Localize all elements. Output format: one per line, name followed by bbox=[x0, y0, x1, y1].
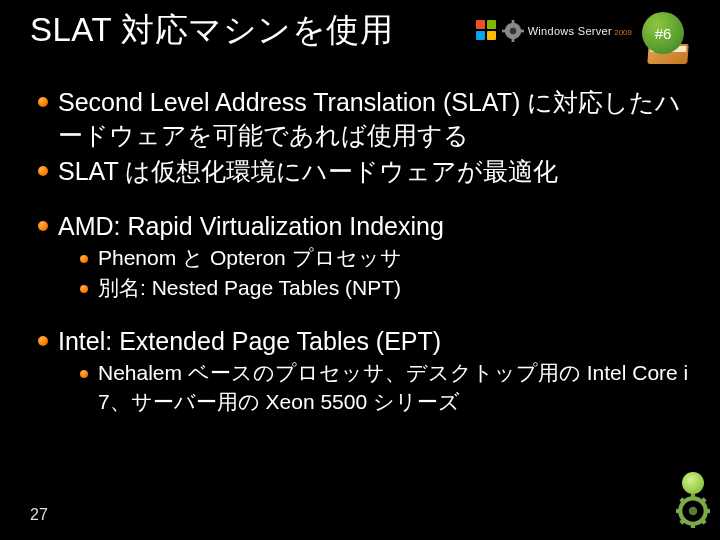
slide-number-badge: #6 bbox=[642, 12, 690, 64]
lightbulb-icon bbox=[682, 472, 704, 494]
bullet-text: AMD: Rapid Virtualization Indexing bbox=[58, 212, 444, 240]
sub-bullet-list: Phenom と Opteron プロセッサ 別名: Nested Page T… bbox=[58, 244, 690, 303]
logo-text: Windows Server 2008 bbox=[528, 25, 632, 37]
bullet-item: AMD: Rapid Virtualization Indexing Pheno… bbox=[58, 210, 690, 303]
svg-rect-2 bbox=[511, 20, 514, 24]
slide: SLAT 対応マシンを使用 Windows Server 2008 #6 Sec… bbox=[0, 0, 720, 540]
header-right-group: Windows Server 2008 #6 bbox=[476, 12, 690, 64]
badge-number: #6 bbox=[642, 12, 684, 54]
windows-server-logo: Windows Server 2008 bbox=[476, 20, 632, 42]
logo-sub: 2008 bbox=[612, 28, 632, 37]
sub-bullet-list: Nehalem ベースのプロセッサ、デスクトップ用の Intel Core i … bbox=[58, 359, 690, 416]
svg-rect-5 bbox=[520, 30, 524, 33]
svg-rect-8 bbox=[691, 494, 695, 500]
svg-rect-10 bbox=[676, 509, 682, 513]
svg-point-1 bbox=[509, 28, 515, 34]
sub-bullet-item: 別名: Nested Page Tables (NPT) bbox=[98, 274, 690, 302]
sub-bullet-text: 別名: Nested Page Tables (NPT) bbox=[98, 276, 401, 299]
bullet-item: Intel: Extended Page Tables (EPT) Nehale… bbox=[58, 325, 690, 416]
svg-rect-4 bbox=[502, 30, 506, 33]
sub-bullet-text: Nehalem ベースのプロセッサ、デスクトップ用の Intel Core i … bbox=[98, 361, 688, 412]
bullet-item: Second Level Address Translation (SLAT) … bbox=[58, 86, 690, 151]
corner-decoration bbox=[652, 472, 712, 532]
gear-icon bbox=[676, 494, 710, 528]
sub-bullet-item: Nehalem ベースのプロセッサ、デスクトップ用の Intel Core i … bbox=[98, 359, 690, 416]
bullet-list: AMD: Rapid Virtualization Indexing Pheno… bbox=[30, 210, 690, 303]
bullet-text: Intel: Extended Page Tables (EPT) bbox=[58, 327, 441, 355]
slide-header: SLAT 対応マシンを使用 Windows Server 2008 #6 bbox=[30, 8, 690, 64]
slide-title: SLAT 対応マシンを使用 bbox=[30, 8, 393, 53]
bullet-list: Intel: Extended Page Tables (EPT) Nehale… bbox=[30, 325, 690, 416]
logo-main: Windows Server bbox=[528, 25, 612, 37]
bullet-item: SLAT は仮想化環境にハードウェアが最適化 bbox=[58, 155, 690, 188]
sub-bullet-text: Phenom と Opteron プロセッサ bbox=[98, 246, 402, 269]
gear-icon bbox=[502, 20, 524, 42]
sub-bullet-item: Phenom と Opteron プロセッサ bbox=[98, 244, 690, 272]
bullet-text: Second Level Address Translation (SLAT) … bbox=[58, 88, 681, 149]
svg-rect-9 bbox=[691, 522, 695, 528]
windows-flag-icon bbox=[476, 20, 498, 42]
svg-rect-11 bbox=[704, 509, 710, 513]
bullet-list: Second Level Address Translation (SLAT) … bbox=[30, 86, 690, 188]
page-number: 27 bbox=[30, 506, 48, 524]
bullet-text: SLAT は仮想化環境にハードウェアが最適化 bbox=[58, 157, 558, 185]
svg-rect-3 bbox=[511, 38, 514, 42]
svg-point-7 bbox=[689, 507, 698, 516]
